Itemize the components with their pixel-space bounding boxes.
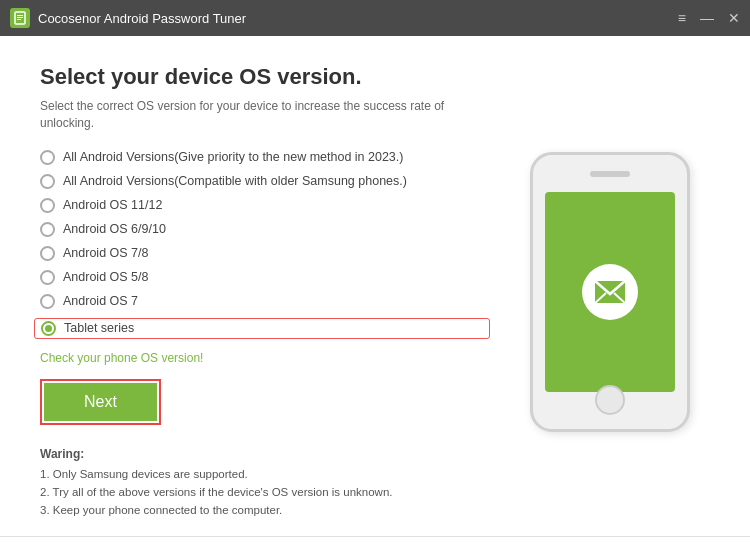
menu-icon[interactable]: ≡ [678,11,686,25]
minimize-icon[interactable]: — [700,11,714,25]
close-icon[interactable]: ✕ [728,11,740,25]
main-content: Select your device OS version. Select th… [0,36,750,536]
radio-circle-7 [40,294,55,309]
phone-screen [545,192,675,392]
radio-item-android-5-8[interactable]: Android OS 5/8 [40,270,490,285]
app-title: Cocosenor Android Password Tuner [38,11,678,26]
radio-circle-3 [40,198,55,213]
radio-circle-2 [40,174,55,189]
app-logo [10,8,30,28]
next-button-wrapper: Next [40,379,161,425]
radio-item-android-7[interactable]: Android OS 7 [40,294,490,309]
radio-label-7: Android OS 7 [63,294,138,308]
bottom-bar: Back Home [0,536,750,543]
radio-circle-4 [40,222,55,237]
svg-rect-2 [17,17,23,18]
radio-label-8: Tablet series [64,321,134,335]
phone-home-button [595,385,625,415]
content-area: Select your device OS version. Select th… [40,64,710,520]
svg-rect-3 [17,19,21,20]
window-controls[interactable]: ≡ — ✕ [678,11,740,25]
radio-label-3: Android OS 11/12 [63,198,162,212]
radio-circle-1 [40,150,55,165]
warning-title: Waring: [40,447,490,461]
radio-label-6: Android OS 5/8 [63,270,148,284]
radio-item-android-7-8[interactable]: Android OS 7/8 [40,246,490,261]
email-icon [582,264,638,320]
radio-label-1: All Android Versions(Give priority to th… [63,150,403,164]
check-os-link[interactable]: Check your phone OS version! [40,351,490,365]
page-subtitle: Select the correct OS version for your d… [40,98,490,132]
radio-item-all-android-new[interactable]: All Android Versions(Give priority to th… [40,150,490,165]
radio-item-tablet[interactable]: Tablet series [34,318,490,339]
radio-label-5: Android OS 7/8 [63,246,148,260]
os-version-radio-group: All Android Versions(Give priority to th… [40,150,490,339]
warning-section: Waring: 1. Only Samsung devices are supp… [40,447,490,520]
radio-item-android-11-12[interactable]: Android OS 11/12 [40,198,490,213]
warning-item-1: 1. Only Samsung devices are supported. [40,465,490,483]
left-panel: Select your device OS version. Select th… [40,64,490,520]
radio-circle-8 [41,321,56,336]
phone-mockup [530,152,690,432]
warning-item-2: 2. Try all of the above versions if the … [40,483,490,501]
next-button[interactable]: Next [44,383,157,421]
phone-speaker [590,171,630,177]
radio-circle-5 [40,246,55,261]
radio-label-4: Android OS 6/9/10 [63,222,166,236]
radio-circle-6 [40,270,55,285]
page-title: Select your device OS version. [40,64,490,90]
title-bar: Cocosenor Android Password Tuner ≡ — ✕ [0,0,750,36]
radio-item-android-6-9-10[interactable]: Android OS 6/9/10 [40,222,490,237]
right-panel [510,64,710,520]
svg-rect-1 [17,15,23,16]
radio-item-all-android-compat[interactable]: All Android Versions(Compatible with old… [40,174,490,189]
radio-label-2: All Android Versions(Compatible with old… [63,174,407,188]
warning-item-3: 3. Keep your phone connected to the comp… [40,501,490,519]
